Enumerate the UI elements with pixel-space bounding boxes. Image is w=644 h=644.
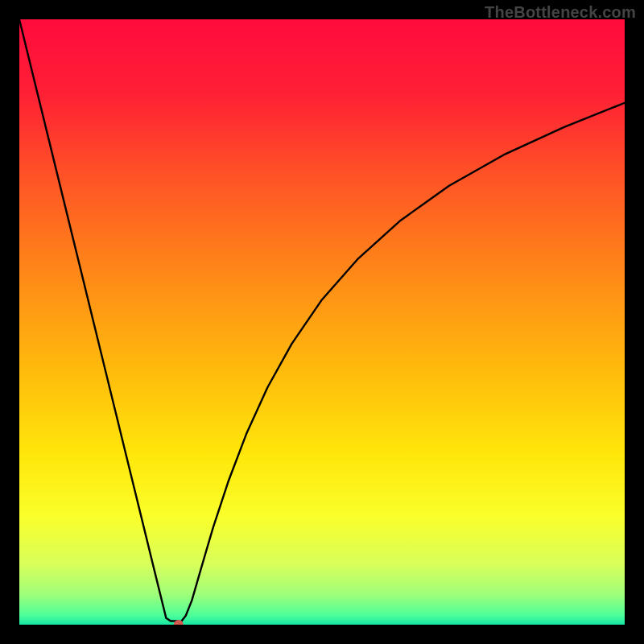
plot-area [19, 19, 625, 625]
chart-frame: TheBottleneck.com [0, 0, 644, 644]
gradient-background [19, 19, 625, 625]
plot-svg [19, 19, 625, 625]
